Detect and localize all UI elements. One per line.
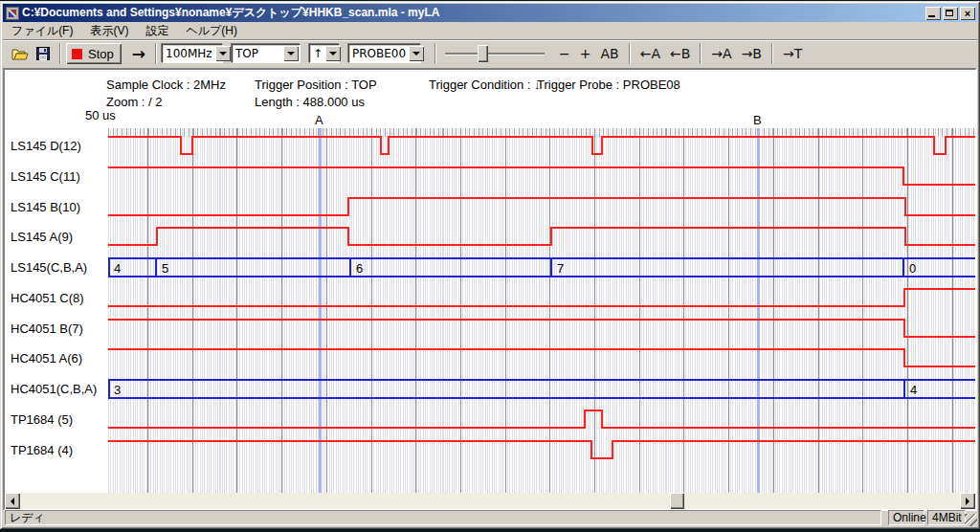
waveform-trace	[108, 198, 975, 215]
signal-label-hc4051-c-b-a[interactable]: HC4051(C,B,A)	[11, 382, 97, 397]
resize-grip[interactable]	[965, 514, 977, 526]
goto-marker-a-button[interactable]: ←A	[635, 43, 665, 64]
waveform-view[interactable]: Sample Clock : 2MHz Trigger Position : T…	[3, 68, 977, 511]
sample-clock-value: 100MHz	[163, 47, 215, 60]
status-online-text: Online	[893, 511, 926, 524]
close-icon: ×	[965, 8, 970, 19]
run-arrow-icon: →	[132, 44, 145, 63]
menu-bar: ファイル(F)表示(V)設定ヘルプ(H)	[3, 23, 977, 39]
open-folder-icon	[11, 47, 29, 60]
marker-b-label[interactable]: B	[753, 113, 762, 127]
scroll-left-button[interactable]	[5, 493, 20, 509]
bus-value: 6	[356, 261, 363, 276]
signal-label-ls145-a-9[interactable]: LS145 A(9)	[11, 230, 73, 245]
marker-a-label[interactable]: A	[315, 113, 323, 127]
waveform-trace	[108, 441, 975, 458]
zoom-in-button[interactable]: +	[575, 43, 596, 64]
signal-label-hc4051-c-8[interactable]: HC4051 C(8)	[11, 291, 84, 306]
waveform-trace	[108, 137, 975, 154]
open-file-button[interactable]	[9, 43, 32, 64]
horizontal-scrollbar[interactable]	[5, 493, 975, 509]
status-memory-text: 4MBit	[932, 511, 962, 524]
sample-clock-select[interactable]: 100MHz	[162, 44, 223, 63]
signal-label-tp1684-4[interactable]: TP1684 (4)	[11, 443, 73, 458]
signal-label-ls145-c-11[interactable]: LS145 C(11)	[11, 169, 80, 185]
signal-label-hc4051-b-7[interactable]: HC4051 B(7)	[11, 321, 83, 337]
run-button[interactable]: →	[127, 43, 150, 64]
toolbar-separator	[629, 43, 631, 64]
toolbar-separator	[771, 43, 773, 64]
sample-clock-info: Sample Clock : 2MHz	[106, 78, 226, 92]
signal-label-ls145-b-10[interactable]: LS145 B(10)	[11, 200, 80, 215]
trigger-edge-value: ↑	[310, 47, 325, 60]
triangle-right-icon	[966, 498, 973, 505]
minimize-button[interactable]	[925, 7, 941, 20]
waveform-trace	[108, 289, 975, 306]
length-info: Length : 488.000 us	[255, 95, 365, 109]
scrollbar-thumb[interactable]	[670, 493, 684, 509]
zoom-slider-track	[445, 53, 545, 55]
title-bar[interactable]: C:¥Documents and Settings¥noname¥デスクトップ¥…	[3, 4, 977, 22]
status-ready-text: レディ	[10, 510, 45, 526]
trigger-position-select[interactable]: TOP	[232, 44, 301, 63]
dropdown-arrow-icon[interactable]	[283, 46, 299, 61]
set-marker-b-button[interactable]: →B	[737, 43, 767, 64]
goto-trigger-button[interactable]: →T	[778, 43, 807, 64]
dropdown-arrow-icon[interactable]	[215, 46, 231, 61]
bus-value: 4	[114, 261, 121, 276]
waveform-trace	[108, 410, 975, 428]
save-button[interactable]	[32, 43, 55, 64]
app-window: C:¥Documents and Settings¥noname¥デスクトップ¥…	[0, 1, 980, 529]
save-floppy-icon	[36, 47, 50, 60]
waveform-trace	[108, 228, 975, 245]
minimize-icon	[928, 15, 935, 17]
stop-icon	[72, 49, 82, 59]
trigger-probe-info: Trigger Probe : PROBE08	[537, 78, 680, 92]
status-bar: レディ Online 4MBit	[3, 508, 977, 526]
dropdown-arrow-icon[interactable]	[409, 46, 424, 61]
dropdown-arrow-icon[interactable]	[325, 46, 341, 61]
trigger-probe-value: PROBE00	[349, 47, 409, 60]
toolbar-separator	[434, 43, 436, 64]
bus-value: 3	[114, 383, 121, 397]
menu-item-file[interactable]: ファイル(F)	[3, 22, 81, 40]
toolbar-separator	[700, 43, 702, 64]
signal-label-tp1684-5[interactable]: TP1684 (5)	[11, 412, 73, 428]
bus-value: 5	[162, 261, 168, 276]
waveform-trace	[108, 167, 975, 185]
goto-marker-b-button[interactable]: ←B	[665, 43, 695, 64]
trigger-edge-select[interactable]: ↑	[309, 44, 340, 63]
waveform-trace	[108, 320, 975, 337]
timing-plot[interactable]: 4567034	[108, 128, 975, 493]
menu-item-view[interactable]: 表示(V)	[81, 22, 137, 40]
signal-label-hc4051-a-6[interactable]: HC4051 A(6)	[11, 351, 82, 366]
zoom-slider-thumb[interactable]	[478, 45, 488, 62]
trigger-condition-info: Trigger Condition : ↓	[429, 78, 541, 92]
trigger-probe-select[interactable]: PROBE00	[348, 44, 421, 63]
stop-label: Stop	[88, 47, 114, 61]
bus-value: 7	[557, 261, 564, 276]
menu-item-settings[interactable]: 設定	[137, 22, 177, 40]
signal-label-ls145-d-12[interactable]: LS145 D(12)	[11, 139, 81, 154]
stop-button[interactable]: Stop	[66, 43, 122, 64]
menu-item-help[interactable]: ヘルプ(H)	[177, 22, 246, 40]
set-marker-a-button[interactable]: →A	[706, 43, 736, 64]
status-memory-pane: 4MBit	[927, 510, 966, 525]
zoom-ab-button[interactable]: AB	[595, 43, 623, 64]
triangle-left-icon	[7, 498, 14, 505]
toolbar: Stop → 100MHz TOP ↑ PROBE00 − + AB ←A ←B	[3, 39, 977, 67]
scroll-right-button[interactable]	[960, 493, 975, 509]
trigger-position-value: TOP	[233, 47, 283, 60]
toolbar-separator	[155, 43, 157, 64]
zoom-out-button[interactable]: −	[554, 43, 575, 64]
maximize-button[interactable]	[943, 7, 958, 20]
zoom-slider[interactable]	[445, 43, 545, 64]
signal-label-ls145-c-b-a[interactable]: LS145(C,B,A)	[11, 260, 87, 276]
close-button[interactable]: ×	[960, 7, 975, 20]
toolbar-separator	[59, 43, 61, 64]
maximize-icon	[946, 10, 953, 16]
trigger-position-info: Trigger Position : TOP	[255, 78, 377, 92]
app-icon[interactable]	[6, 7, 19, 20]
status-online-pane: Online	[888, 510, 924, 525]
zoom-info: Zoom : / 2	[106, 95, 163, 109]
